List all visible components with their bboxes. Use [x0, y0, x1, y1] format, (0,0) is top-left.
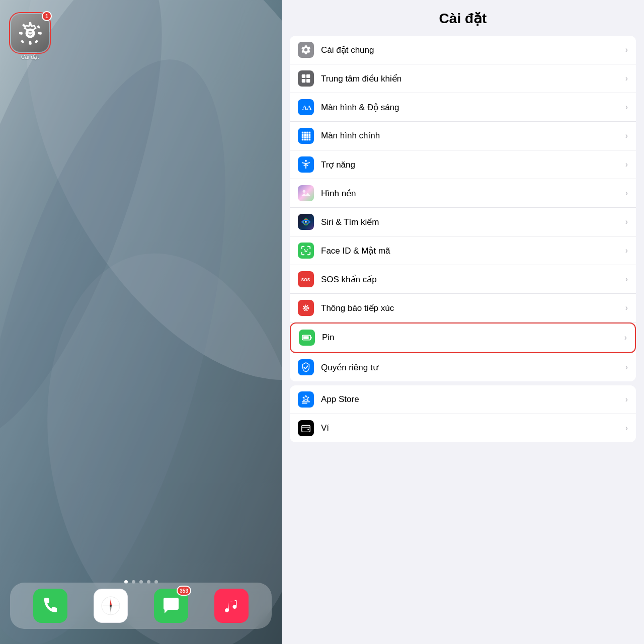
icon-home-screen [298, 128, 314, 144]
svg-rect-24 [309, 132, 311, 134]
icon-gear [298, 42, 314, 58]
chevron-man-hinh: › [625, 103, 628, 112]
svg-point-42 [305, 221, 307, 223]
svg-point-46 [305, 307, 306, 308]
row-face-id[interactable]: Face ID & Mật mã › [290, 236, 636, 265]
row-trung-tam[interactable]: Trung tâm điều khiển › [290, 64, 636, 93]
label-app-store: App Store [321, 394, 625, 405]
svg-rect-19 [306, 79, 310, 83]
svg-rect-27 [306, 134, 308, 136]
svg-text:SOS: SOS [301, 278, 310, 282]
row-cai-dat-chung[interactable]: Cài đặt chung › [290, 36, 636, 64]
svg-rect-34 [304, 139, 306, 141]
label-thong-bao: Thông báo tiếp xúc [321, 303, 625, 313]
svg-rect-35 [306, 139, 308, 141]
label-cai-dat-chung: Cài đặt chung [321, 45, 625, 55]
row-pin[interactable]: Pin › [291, 324, 635, 352]
dock-messages[interactable]: 353 [154, 589, 188, 623]
chevron-hinh-nen: › [625, 189, 628, 198]
chevron-trung-tam: › [625, 74, 628, 83]
svg-point-15 [110, 605, 112, 607]
icon-appstore [298, 391, 314, 408]
settings-header: Cài đặt [282, 0, 644, 32]
svg-rect-36 [309, 139, 311, 141]
row-quyen-rieng-tu[interactable]: Quyền riêng tư › [290, 353, 636, 381]
label-vi: Ví [321, 423, 625, 433]
chevron-quyen-rieng-tu: › [625, 363, 628, 372]
badge-count: 1 [42, 11, 52, 21]
chevron-thong-bao: › [625, 303, 628, 312]
svg-rect-26 [304, 134, 306, 136]
chevron-app-store: › [625, 395, 628, 404]
svg-text:AA: AA [302, 104, 311, 111]
row-tro-nang[interactable]: Trợ năng › [290, 150, 636, 179]
svg-rect-16 [302, 74, 305, 78]
row-hinh-nen[interactable]: Hình nền › [290, 179, 636, 208]
chevron-sos: › [625, 275, 628, 284]
label-quyen-rieng-tu: Quyền riêng tư [321, 362, 625, 373]
svg-rect-18 [302, 79, 305, 83]
label-siri: Siri & Tìm kiếm [321, 217, 625, 227]
row-app-store[interactable]: App Store › [290, 385, 636, 414]
settings-title: Cài đặt [292, 10, 634, 27]
icon-contact-tracing [298, 300, 314, 316]
dock-safari[interactable] [94, 589, 128, 623]
svg-rect-48 [310, 337, 311, 339]
row-man-hinh[interactable]: AA Màn hình & Độ sáng › [290, 93, 636, 122]
dock: 353 [10, 583, 272, 629]
icon-sos: SOS [298, 271, 314, 287]
svg-point-51 [307, 429, 309, 430]
messages-badge: 353 [177, 586, 191, 596]
row-man-hinh-chinh[interactable]: Màn hình chính › [290, 122, 636, 150]
icon-wallet [298, 420, 314, 436]
settings-app-icon[interactable]: 1 Cài đặt [11, 14, 49, 60]
label-trung-tam: Trung tâm điều khiển [321, 73, 625, 84]
svg-rect-29 [302, 136, 304, 138]
dock-phone[interactable] [33, 589, 67, 623]
svg-point-37 [305, 160, 307, 162]
icon-battery [299, 330, 315, 346]
icon-wallpaper [298, 185, 314, 201]
label-man-hinh-chinh: Màn hình chính [321, 131, 625, 141]
row-vi[interactable]: Ví › [290, 414, 636, 442]
label-man-hinh: Màn hình & Độ sáng [321, 102, 625, 113]
label-face-id: Face ID & Mật mã [321, 246, 625, 256]
row-sos[interactable]: SOS SOS khẩn cấp › [290, 265, 636, 294]
chevron-pin: › [624, 333, 627, 342]
chevron-man-hinh-chinh: › [625, 131, 628, 140]
icon-face-id [298, 243, 314, 259]
settings-panel: Cài đặt Cài đặt chung › Trung tâm điều k… [282, 0, 644, 644]
icon-siri [298, 214, 314, 230]
icon-privacy [298, 359, 314, 375]
svg-point-8 [29, 32, 32, 35]
svg-rect-22 [304, 132, 306, 134]
svg-rect-30 [304, 136, 306, 138]
label-sos: SOS khẩn cấp [321, 274, 625, 285]
svg-rect-21 [302, 132, 304, 134]
icon-accessibility [298, 156, 314, 173]
chevron-vi: › [625, 424, 628, 433]
svg-rect-23 [306, 132, 308, 134]
settings-section-1: Cài đặt chung › Trung tâm điều khiển › A… [290, 36, 636, 381]
icon-control-center [298, 70, 314, 87]
svg-rect-32 [309, 136, 311, 138]
svg-rect-25 [302, 134, 304, 136]
row-thong-bao[interactable]: Thông báo tiếp xúc › [290, 294, 636, 323]
chevron-face-id: › [625, 246, 628, 255]
svg-rect-33 [302, 139, 304, 141]
chevron-tro-nang: › [625, 160, 628, 169]
chevron-siri: › [625, 217, 628, 226]
svg-rect-17 [306, 74, 310, 78]
label-hinh-nen: Hình nền [321, 188, 625, 199]
dock-music[interactable] [214, 589, 249, 623]
wallpaper [0, 0, 282, 644]
iphone-home-screen: 1 Cài đặt [0, 0, 282, 644]
settings-section-2: App Store › Ví › [290, 385, 636, 442]
row-siri[interactable]: Siri & Tìm kiếm › [290, 208, 636, 236]
label-tro-nang: Trợ năng [321, 159, 625, 170]
svg-rect-28 [309, 134, 311, 136]
chevron-cai-dat-chung: › [625, 45, 628, 54]
icon-display: AA [298, 99, 314, 115]
svg-point-38 [303, 190, 306, 193]
svg-rect-49 [303, 336, 309, 339]
